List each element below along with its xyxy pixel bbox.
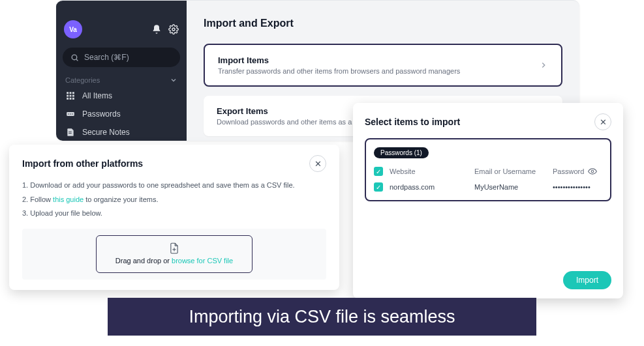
select-all-checkbox[interactable]: ✓ — [374, 167, 383, 176]
row-checkbox[interactable]: ✓ — [374, 182, 383, 192]
file-add-icon — [104, 242, 244, 254]
drop-text: Drag and drop or browse for CSV file — [104, 257, 244, 265]
table-header: ✓ Website Email or Username Password — [374, 164, 602, 179]
eye-icon[interactable] — [588, 167, 597, 176]
svg-rect-4 — [70, 92, 72, 94]
search-input[interactable]: Search (⌘F) — [63, 48, 180, 67]
sidebar-item-passwords[interactable]: Passwords — [56, 105, 187, 123]
col-website: Website — [390, 167, 468, 175]
svg-line-2 — [76, 59, 78, 60]
close-icon: ✕ — [600, 117, 607, 127]
search-icon — [70, 53, 79, 62]
import-button[interactable]: Import — [563, 271, 611, 289]
drop-target[interactable]: Drag and drop or browse for CSV file — [96, 235, 253, 273]
categories-header[interactable]: Categories — [56, 74, 187, 87]
svg-point-13 — [68, 113, 69, 115]
search-placeholder: Search (⌘F) — [84, 53, 129, 62]
step-text: to organize your items. — [84, 195, 158, 203]
svg-rect-16 — [69, 132, 72, 132]
import-items-card[interactable]: Import Items Transfer passwords and othe… — [204, 44, 562, 87]
sidebar-top: Va — [56, 1, 187, 45]
password-icon — [65, 109, 76, 119]
svg-rect-3 — [67, 92, 69, 94]
col-password-label: Password — [553, 167, 584, 175]
close-button[interactable]: ✕ — [594, 113, 611, 130]
svg-rect-7 — [70, 95, 72, 97]
sidebar-item-label: All Items — [82, 91, 112, 100]
svg-point-22 — [592, 170, 594, 173]
page-title: Import and Export — [204, 18, 562, 29]
step-text: 2. Follow — [22, 195, 53, 203]
drop-prefix: Drag and drop or — [115, 257, 172, 265]
svg-rect-6 — [67, 95, 69, 97]
svg-point-1 — [72, 55, 77, 60]
sidebar-item-label: Secure Notes — [82, 128, 130, 137]
sidebar-item-label: Passwords — [82, 109, 121, 119]
cell-username: MyUserName — [474, 183, 546, 191]
gear-icon[interactable] — [168, 24, 179, 35]
sidebar-item-all[interactable]: All Items — [56, 87, 187, 105]
sidebar-item-notes[interactable]: Secure Notes — [56, 123, 187, 141]
step-3: 3. Upload your file below. — [22, 208, 326, 220]
grid-icon — [65, 91, 76, 101]
svg-rect-9 — [67, 98, 69, 100]
card-title: Import Items — [218, 55, 539, 65]
svg-rect-11 — [72, 98, 74, 100]
select-items-dialog: Select items to import ✕ Passwords (1) ✓… — [353, 103, 623, 298]
import-platforms-dialog: Import from other platforms ✕ 1. Downloa… — [9, 145, 339, 290]
chevron-down-icon — [170, 76, 177, 84]
svg-rect-8 — [72, 95, 74, 97]
table-row[interactable]: ✓ nordpass.com MyUserName ••••••••••••••… — [374, 179, 602, 195]
dialog-title: Import from other platforms — [22, 158, 143, 169]
col-password: Password — [553, 167, 602, 176]
col-username: Email or Username — [474, 167, 546, 175]
svg-point-0 — [172, 28, 175, 31]
step-1: 1. Download or add your passwords to one… — [22, 180, 326, 192]
svg-point-15 — [72, 113, 73, 115]
passwords-pill[interactable]: Passwords (1) — [374, 147, 429, 158]
avatar[interactable]: Va — [64, 20, 82, 38]
svg-point-14 — [70, 113, 71, 115]
chevron-right-icon — [539, 61, 548, 70]
items-panel: Passwords (1) ✓ Website Email or Usernam… — [365, 138, 611, 201]
cell-password: ••••••••••••••• — [553, 183, 602, 191]
note-icon — [65, 127, 76, 137]
guide-link[interactable]: this guide — [53, 195, 84, 203]
svg-rect-5 — [72, 92, 74, 94]
svg-rect-17 — [69, 133, 72, 134]
sidebar: Va Search (⌘F) Categories — [56, 1, 187, 141]
step-2: 2. Follow this guide to organize your it… — [22, 194, 326, 206]
categories-label: Categories — [65, 76, 100, 84]
card-desc: Transfer passwords and other items from … — [218, 67, 539, 75]
svg-rect-10 — [70, 98, 72, 100]
caption-banner: Importing via CSV file is seamless — [108, 298, 536, 336]
browse-link[interactable]: browse for CSV file — [172, 257, 233, 265]
dialog-title: Select items to import — [365, 117, 460, 127]
close-icon: ✕ — [314, 159, 322, 169]
close-button[interactable]: ✕ — [309, 155, 326, 172]
cell-website: nordpass.com — [390, 183, 468, 191]
drop-zone[interactable]: Drag and drop or browse for CSV file — [22, 229, 326, 280]
bell-icon[interactable] — [151, 24, 162, 35]
